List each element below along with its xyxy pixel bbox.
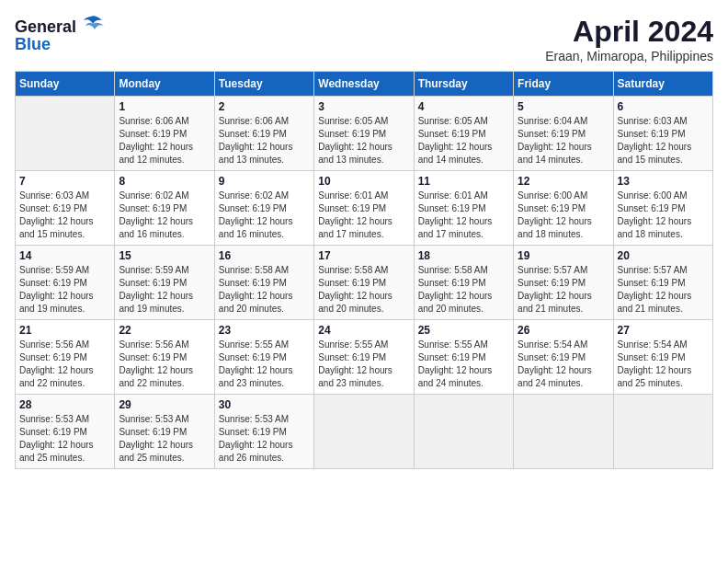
calendar-cell: 24Sunrise: 5:55 AM Sunset: 6:19 PM Dayli…	[314, 320, 414, 395]
day-number: 26	[518, 324, 609, 337]
week-row-2: 14Sunrise: 5:59 AM Sunset: 6:19 PM Dayli…	[16, 246, 713, 320]
day-info: Sunrise: 6:00 AM Sunset: 6:19 PM Dayligh…	[618, 190, 709, 241]
day-number: 19	[518, 249, 609, 262]
day-number: 17	[318, 249, 409, 262]
day-number: 9	[219, 175, 310, 188]
day-number: 11	[418, 175, 509, 188]
day-info: Sunrise: 5:58 AM Sunset: 6:19 PM Dayligh…	[418, 264, 509, 316]
day-number: 14	[19, 249, 110, 262]
header-cell-thursday: Thursday	[414, 72, 513, 97]
day-number: 27	[618, 324, 709, 337]
calendar-cell: 14Sunrise: 5:59 AM Sunset: 6:19 PM Dayli…	[16, 246, 115, 320]
calendar-cell: 26Sunrise: 5:54 AM Sunset: 6:19 PM Dayli…	[514, 320, 613, 395]
day-info: Sunrise: 5:57 AM Sunset: 6:19 PM Dayligh…	[518, 264, 609, 316]
day-info: Sunrise: 6:00 AM Sunset: 6:19 PM Dayligh…	[518, 190, 609, 241]
day-info: Sunrise: 6:04 AM Sunset: 6:19 PM Dayligh…	[518, 115, 609, 167]
day-number: 25	[418, 324, 509, 337]
week-row-1: 7Sunrise: 6:03 AM Sunset: 6:19 PM Daylig…	[16, 171, 713, 246]
calendar-cell: 16Sunrise: 5:58 AM Sunset: 6:19 PM Dayli…	[214, 246, 313, 320]
calendar-cell: 3Sunrise: 6:05 AM Sunset: 6:19 PM Daylig…	[314, 97, 414, 171]
calendar-cell: 19Sunrise: 5:57 AM Sunset: 6:19 PM Dayli…	[514, 246, 613, 320]
week-row-3: 21Sunrise: 5:56 AM Sunset: 6:19 PM Dayli…	[16, 320, 713, 395]
calendar-cell: 30Sunrise: 5:53 AM Sunset: 6:19 PM Dayli…	[214, 395, 313, 469]
logo-general-text: General	[15, 17, 76, 37]
calendar-table: SundayMondayTuesdayWednesdayThursdayFrid…	[15, 71, 713, 469]
header-cell-wednesday: Wednesday	[314, 72, 414, 97]
day-number: 29	[119, 398, 210, 411]
header-cell-friday: Friday	[514, 72, 613, 97]
header: General Blue April 2024 Eraan, Mimaropa,…	[15, 15, 713, 63]
day-number: 10	[318, 175, 409, 188]
location-subtitle: Eraan, Mimaropa, Philippines	[545, 49, 713, 63]
logo-bird-icon	[78, 15, 104, 35]
calendar-cell	[16, 97, 115, 171]
calendar-cell: 7Sunrise: 6:03 AM Sunset: 6:19 PM Daylig…	[16, 171, 115, 246]
header-cell-saturday: Saturday	[613, 72, 712, 97]
logo-blue-text: Blue	[15, 35, 51, 54]
calendar-cell: 25Sunrise: 5:55 AM Sunset: 6:19 PM Dayli…	[414, 320, 513, 395]
day-info: Sunrise: 6:03 AM Sunset: 6:19 PM Dayligh…	[618, 115, 709, 167]
day-info: Sunrise: 6:05 AM Sunset: 6:19 PM Dayligh…	[318, 115, 409, 167]
month-title: April 2024	[545, 15, 713, 49]
calendar-cell: 4Sunrise: 6:05 AM Sunset: 6:19 PM Daylig…	[414, 97, 513, 171]
day-info: Sunrise: 6:05 AM Sunset: 6:19 PM Dayligh…	[418, 115, 509, 167]
calendar-cell	[613, 395, 712, 469]
calendar-cell: 29Sunrise: 5:53 AM Sunset: 6:19 PM Dayli…	[115, 395, 214, 469]
day-number: 2	[219, 100, 310, 113]
day-number: 15	[119, 249, 210, 262]
day-info: Sunrise: 5:55 AM Sunset: 6:19 PM Dayligh…	[418, 339, 509, 390]
calendar-cell: 1Sunrise: 6:06 AM Sunset: 6:19 PM Daylig…	[115, 97, 214, 171]
day-info: Sunrise: 5:58 AM Sunset: 6:19 PM Dayligh…	[219, 264, 310, 316]
calendar-cell: 11Sunrise: 6:01 AM Sunset: 6:19 PM Dayli…	[414, 171, 513, 246]
calendar-cell: 27Sunrise: 5:54 AM Sunset: 6:19 PM Dayli…	[613, 320, 712, 395]
calendar-cell: 2Sunrise: 6:06 AM Sunset: 6:19 PM Daylig…	[214, 97, 313, 171]
day-info: Sunrise: 5:59 AM Sunset: 6:19 PM Dayligh…	[119, 264, 210, 316]
week-row-0: 1Sunrise: 6:06 AM Sunset: 6:19 PM Daylig…	[16, 97, 713, 171]
calendar-cell: 28Sunrise: 5:53 AM Sunset: 6:19 PM Dayli…	[16, 395, 115, 469]
calendar-cell	[414, 395, 513, 469]
calendar-cell: 10Sunrise: 6:01 AM Sunset: 6:19 PM Dayli…	[314, 171, 414, 246]
day-info: Sunrise: 6:02 AM Sunset: 6:19 PM Dayligh…	[119, 190, 210, 241]
day-info: Sunrise: 6:03 AM Sunset: 6:19 PM Dayligh…	[19, 190, 110, 241]
logo: General Blue	[15, 15, 104, 54]
header-cell-sunday: Sunday	[16, 72, 115, 97]
day-number: 12	[518, 175, 609, 188]
day-info: Sunrise: 5:57 AM Sunset: 6:19 PM Dayligh…	[618, 264, 709, 316]
calendar-body: 1Sunrise: 6:06 AM Sunset: 6:19 PM Daylig…	[16, 97, 713, 469]
calendar-cell: 22Sunrise: 5:56 AM Sunset: 6:19 PM Dayli…	[115, 320, 214, 395]
calendar-cell: 13Sunrise: 6:00 AM Sunset: 6:19 PM Dayli…	[613, 171, 712, 246]
day-info: Sunrise: 5:53 AM Sunset: 6:19 PM Dayligh…	[219, 413, 310, 465]
day-info: Sunrise: 5:54 AM Sunset: 6:19 PM Dayligh…	[518, 339, 609, 390]
calendar-cell: 9Sunrise: 6:02 AM Sunset: 6:19 PM Daylig…	[214, 171, 313, 246]
day-info: Sunrise: 5:58 AM Sunset: 6:19 PM Dayligh…	[318, 264, 409, 316]
day-number: 30	[219, 398, 310, 411]
calendar-cell	[514, 395, 613, 469]
day-number: 21	[19, 324, 110, 337]
title-area: April 2024 Eraan, Mimaropa, Philippines	[545, 15, 713, 63]
day-number: 3	[318, 100, 409, 113]
calendar-cell: 17Sunrise: 5:58 AM Sunset: 6:19 PM Dayli…	[314, 246, 414, 320]
day-number: 18	[418, 249, 509, 262]
calendar-cell: 12Sunrise: 6:00 AM Sunset: 6:19 PM Dayli…	[514, 171, 613, 246]
day-info: Sunrise: 5:53 AM Sunset: 6:19 PM Dayligh…	[119, 413, 210, 465]
day-info: Sunrise: 6:02 AM Sunset: 6:19 PM Dayligh…	[219, 190, 310, 241]
day-info: Sunrise: 5:55 AM Sunset: 6:19 PM Dayligh…	[318, 339, 409, 390]
calendar-cell: 6Sunrise: 6:03 AM Sunset: 6:19 PM Daylig…	[613, 97, 712, 171]
day-info: Sunrise: 6:06 AM Sunset: 6:19 PM Dayligh…	[219, 115, 310, 167]
day-number: 28	[19, 398, 110, 411]
day-info: Sunrise: 5:56 AM Sunset: 6:19 PM Dayligh…	[19, 339, 110, 390]
day-number: 23	[219, 324, 310, 337]
day-number: 13	[618, 175, 709, 188]
calendar-cell: 20Sunrise: 5:57 AM Sunset: 6:19 PM Dayli…	[613, 246, 712, 320]
header-cell-monday: Monday	[115, 72, 214, 97]
day-info: Sunrise: 5:56 AM Sunset: 6:19 PM Dayligh…	[119, 339, 210, 390]
calendar-cell: 23Sunrise: 5:55 AM Sunset: 6:19 PM Dayli…	[214, 320, 313, 395]
calendar-cell: 18Sunrise: 5:58 AM Sunset: 6:19 PM Dayli…	[414, 246, 513, 320]
day-number: 20	[618, 249, 709, 262]
day-info: Sunrise: 6:01 AM Sunset: 6:19 PM Dayligh…	[418, 190, 509, 241]
calendar-cell	[314, 395, 414, 469]
day-number: 5	[518, 100, 609, 113]
day-number: 1	[119, 100, 210, 113]
week-row-4: 28Sunrise: 5:53 AM Sunset: 6:19 PM Dayli…	[16, 395, 713, 469]
day-number: 24	[318, 324, 409, 337]
